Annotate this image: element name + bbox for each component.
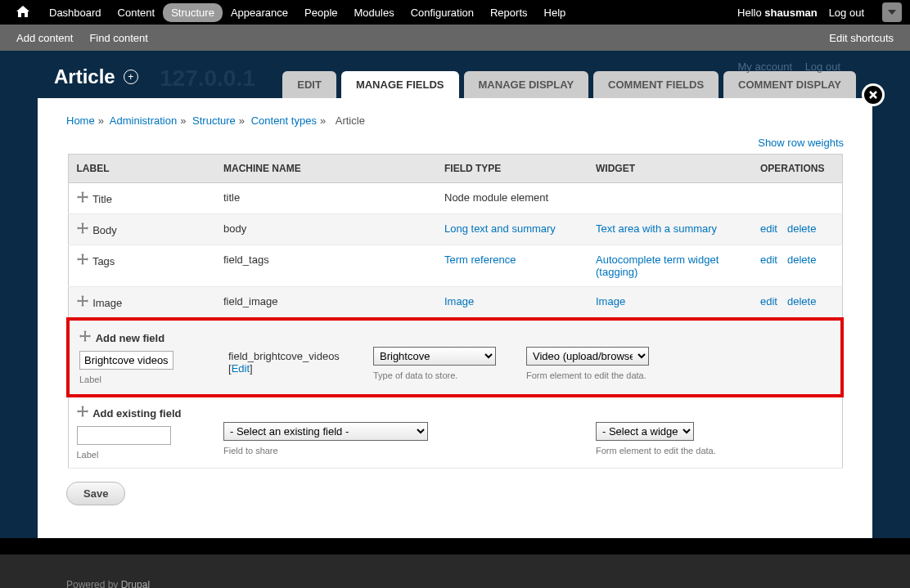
overlay-content: Home» Administration» Structure» Content… [38,98,872,538]
toolbar-item-appearance[interactable]: Appearance [223,3,296,22]
close-icon[interactable] [862,83,885,106]
toolbar-item-modules[interactable]: Modules [346,3,403,22]
toolbar-left: DashboardContentStructureAppearancePeopl… [8,2,574,23]
fields-table: LABEL MACHINE NAME FIELD TYPE WIDGET OPE… [66,154,844,469]
find-content-link[interactable]: Find content [89,32,148,44]
drag-handle-icon[interactable] [77,295,90,309]
table-row: Body body Long text and summary Text are… [68,214,842,245]
widget-select[interactable]: Video (upload/browse) [526,347,649,366]
existing-field-help: Field to share [223,446,428,456]
breadcrumb-admin[interactable]: Administration [110,114,177,127]
field-type-select[interactable]: Brightcove [373,347,496,366]
table-row: Image field_image Image Image editdelete [68,287,842,320]
type-help: Type of data to store. [373,370,508,380]
th-widget: WIDGET [588,155,752,183]
edit-machine-link[interactable]: Edit [232,362,250,375]
drag-handle-icon[interactable] [79,330,92,344]
add-content-link[interactable]: Add content [16,32,73,44]
field-type-link[interactable]: Term reference [444,254,516,266]
show-row-weights-link[interactable]: Show row weights [758,137,844,149]
my-account-link[interactable]: My account [738,61,792,73]
breadcrumb-current: Article [336,114,365,127]
ghost-ip: 127.0.0.1 [160,65,255,92]
machine-name: field_tags [215,245,436,287]
widget-link[interactable]: Autocomplete term widget (tagging) [596,254,719,278]
existing-widget-help: Form element to edit the data. [596,446,744,456]
table-row: Title title Node module element [68,183,842,214]
widget-help: Form element to edit the data. [526,370,739,380]
widget-link[interactable]: Image [596,295,625,307]
machine-name: body [215,214,436,245]
delete-link[interactable]: delete [787,254,816,266]
drag-handle-icon[interactable] [77,254,90,267]
breadcrumb-content-types[interactable]: Content types [251,114,317,127]
label-help: Label [79,375,210,384]
drupal-link[interactable]: Drupal [121,579,150,588]
th-type: FIELD TYPE [436,155,588,183]
delete-link[interactable]: delete [787,295,816,307]
delete-link[interactable]: delete [787,222,816,235]
existing-label-input[interactable] [77,426,171,445]
toolbar-right: Hello shausman Log out [737,2,902,22]
edit-shortcuts-link[interactable]: Edit shortcuts [829,32,894,44]
tab-manage-display[interactable]: MANAGE DISPLAY [464,71,589,98]
new-field-label-input[interactable] [79,351,173,370]
row-weights-toggle: Show row weights [66,137,844,149]
toolbar-item-reports[interactable]: Reports [482,3,536,22]
page-background: My account Log out 127.0.0.1 Article + E… [0,51,910,538]
footer: Powered by Drupal [0,554,910,588]
existing-widget-select[interactable]: - Select a widget - [596,422,694,441]
field-type-text: Node module element [444,191,548,204]
toolbar-item-structure[interactable]: Structure [163,3,223,22]
th-label: LABEL [68,155,215,183]
breadcrumb-home[interactable]: Home [66,114,95,127]
machine-name: field_image [215,287,436,320]
table-row: Tags field_tags Term reference Autocompl… [68,245,842,287]
field-type-link[interactable]: Image [444,295,474,307]
toolbar-item-dashboard[interactable]: Dashboard [41,3,110,22]
add-existing-header: Add existing field [92,407,181,420]
hello-text: Hello shausman [737,7,818,19]
page-title: Article [54,65,115,88]
tab-comment-fields[interactable]: COMMENT FIELDS [593,71,719,98]
add-shortcut-icon[interactable]: + [124,70,138,84]
tab-edit[interactable]: EDIT [282,71,336,98]
toolbar-item-content[interactable]: Content [110,3,164,22]
th-machine: MACHINE NAME [215,155,436,183]
tab-manage-fields[interactable]: MANAGE FIELDS [341,71,459,98]
powered-by: Powered by [66,579,121,588]
tab-comment-display[interactable]: COMMENT DISPLAY [723,71,856,98]
logout-link-2[interactable]: Log out [805,61,840,73]
field-label: Title [92,193,112,205]
existing-field-select[interactable]: - Select an existing field - [223,422,428,441]
field-label: Body [92,224,117,236]
breadcrumb: Home» Administration» Structure» Content… [66,114,844,127]
field-label: Image [92,297,122,309]
drag-handle-icon[interactable] [77,222,90,236]
drag-handle-icon[interactable] [77,191,90,205]
user-links: My account Log out [728,61,840,73]
field-label: Tags [92,255,115,267]
widget-link[interactable]: Text area with a summary [596,222,717,235]
shortcut-left: Add content Find content [16,32,148,44]
bracket2: ] [250,362,253,375]
home-icon[interactable] [8,2,38,23]
existing-label-help: Label [77,450,208,460]
th-ops: OPERATIONS [752,155,842,183]
admin-toolbar: DashboardContentStructureAppearancePeopl… [0,0,910,25]
add-new-header: Add new field [96,332,165,344]
toolbar-item-help[interactable]: Help [536,3,574,22]
edit-link[interactable]: edit [760,254,777,266]
drag-handle-icon[interactable] [77,406,90,420]
toolbar-item-people[interactable]: People [296,3,345,22]
save-button[interactable]: Save [66,482,125,505]
toolbar-item-configuration[interactable]: Configuration [403,3,482,22]
new-field-machine: field_brightcove_videos [228,350,340,362]
edit-link[interactable]: edit [760,222,777,235]
logout-link[interactable]: Log out [821,3,872,22]
edit-link[interactable]: edit [760,295,777,307]
machine-name: title [215,183,436,214]
toolbar-toggle[interactable] [882,2,902,22]
breadcrumb-structure[interactable]: Structure [192,114,236,127]
field-type-link[interactable]: Long text and summary [444,222,556,235]
